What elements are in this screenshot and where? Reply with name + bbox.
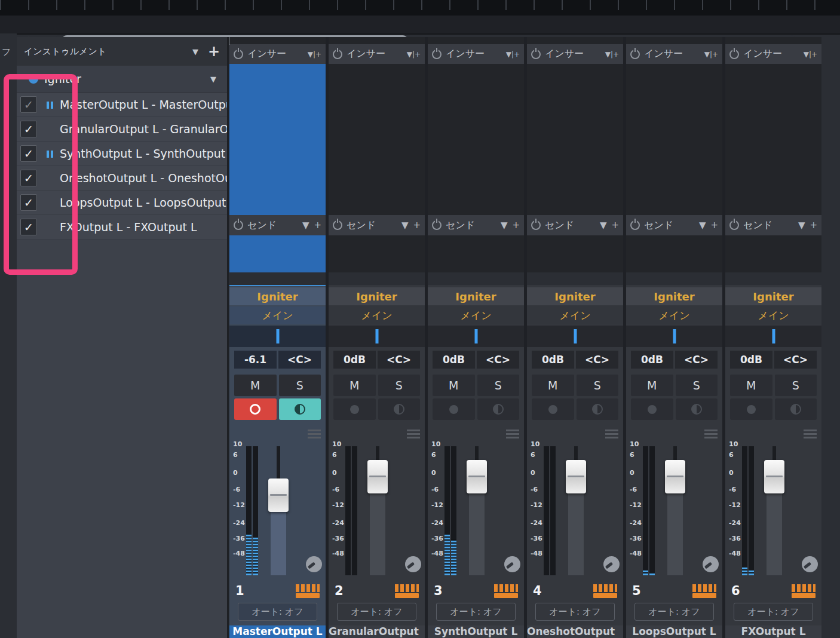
inserts-power-icon[interactable] — [432, 50, 442, 59]
inserts-power-icon[interactable] — [234, 50, 243, 59]
channel-name-label[interactable]: LoopsOutput L — [626, 625, 722, 638]
channel-name-label[interactable]: GranularOutput L — [329, 625, 425, 638]
strip-options-icon[interactable] — [308, 430, 321, 438]
mute-button[interactable]: M — [730, 375, 772, 396]
sends-add-icon[interactable]: + — [710, 220, 718, 231]
volume-fader[interactable] — [661, 446, 689, 575]
pan-knob-icon[interactable] — [603, 556, 620, 572]
strip-options-icon[interactable] — [506, 430, 519, 438]
keyboard-icon[interactable] — [792, 584, 816, 598]
automation-mode-button[interactable]: オート: オフ — [238, 603, 317, 621]
pan-knob-icon[interactable] — [703, 556, 719, 572]
sends-slot-area[interactable] — [329, 235, 425, 272]
panel-collapse-icon[interactable]: ▼ — [192, 47, 198, 56]
volume-fader[interactable] — [462, 446, 491, 575]
sends-add-icon[interactable]: + — [314, 220, 321, 231]
pan-value[interactable]: <C> — [675, 351, 718, 369]
inserts-slot-area[interactable] — [428, 64, 524, 215]
pan-knob-icon[interactable] — [802, 556, 818, 572]
inserts-slot-area[interactable] — [229, 64, 326, 215]
monitor-button[interactable] — [477, 398, 520, 420]
output-bus-button[interactable]: メイン — [725, 306, 821, 324]
inserts-menu-icons[interactable]: ▼|+ — [605, 50, 619, 59]
fader-handle[interactable] — [566, 460, 586, 493]
timeline-ruler[interactable] — [0, 0, 840, 16]
fader-handle[interactable] — [665, 460, 685, 493]
solo-button[interactable]: S — [775, 375, 817, 396]
solo-button[interactable]: S — [378, 375, 421, 396]
automation-mode-button[interactable]: オート: オフ — [436, 603, 516, 621]
sends-add-icon[interactable]: + — [810, 220, 817, 231]
output-enable-checkbox[interactable]: ✓ — [20, 145, 37, 162]
output-bus-button[interactable]: メイン — [229, 306, 326, 324]
sends-power-icon[interactable] — [531, 220, 541, 230]
sends-power-icon[interactable] — [630, 220, 640, 230]
inserts-slot-area[interactable] — [527, 64, 623, 215]
record-arm-button[interactable] — [730, 398, 772, 420]
pan-slider[interactable] — [329, 326, 425, 347]
pan-slider[interactable] — [725, 326, 821, 347]
solo-button[interactable]: S — [279, 375, 321, 396]
pan-knob-icon[interactable] — [405, 556, 421, 572]
sends-collapse-icon[interactable]: ▼ — [798, 220, 805, 231]
monitor-button[interactable] — [577, 398, 619, 420]
fader-handle[interactable] — [467, 460, 487, 493]
sends-slot-area[interactable] — [527, 235, 623, 272]
output-enable-checkbox[interactable]: ✓ — [20, 121, 37, 137]
sends-power-icon[interactable] — [333, 220, 342, 230]
automation-mode-button[interactable]: オート: オフ — [734, 603, 813, 621]
volume-value[interactable]: 0dB — [333, 351, 376, 369]
sends-slot-area[interactable] — [725, 235, 821, 272]
volume-value[interactable]: 0dB — [730, 351, 772, 369]
monitor-button[interactable] — [676, 398, 718, 420]
instrument-row[interactable]: Igniter ▼ — [17, 66, 227, 93]
pan-value[interactable]: <C> — [477, 351, 519, 369]
solo-button[interactable]: S — [477, 375, 520, 396]
mute-button[interactable]: M — [433, 375, 475, 396]
keyboard-icon[interactable] — [494, 584, 518, 598]
inserts-menu-icons[interactable]: ▼|+ — [704, 50, 718, 59]
monitor-button[interactable] — [378, 398, 421, 420]
instrument-name-button[interactable]: Igniter — [725, 287, 821, 305]
inserts-power-icon[interactable] — [531, 50, 541, 59]
volume-value[interactable]: -6.1 — [234, 351, 277, 369]
sends-slot-area[interactable] — [626, 235, 722, 272]
keyboard-icon[interactable] — [395, 584, 419, 598]
sends-power-icon[interactable] — [432, 220, 442, 230]
pan-value[interactable]: <C> — [278, 351, 321, 369]
output-bus-button[interactable]: メイン — [626, 306, 722, 324]
sends-collapse-icon[interactable]: ▼ — [600, 220, 607, 231]
record-arm-button[interactable] — [631, 398, 673, 420]
output-enable-checkbox[interactable]: ✓ — [20, 170, 37, 186]
pan-slider-handle[interactable] — [276, 329, 279, 343]
pan-knob-icon[interactable] — [306, 556, 322, 572]
strip-options-icon[interactable] — [704, 430, 718, 438]
volume-value[interactable]: 0dB — [631, 351, 673, 369]
sends-slot-area[interactable] — [428, 235, 524, 272]
mute-button[interactable]: M — [333, 375, 376, 396]
channel-name-label[interactable]: MasterOutput L — [229, 625, 326, 638]
instrument-name-button[interactable]: Igniter — [527, 287, 623, 305]
pan-slider-handle[interactable] — [474, 329, 477, 343]
inserts-slot-area[interactable] — [626, 64, 722, 215]
inserts-power-icon[interactable] — [729, 50, 739, 59]
automation-mode-button[interactable]: オート: オフ — [337, 603, 416, 621]
record-arm-button[interactable] — [333, 398, 376, 420]
volume-fader[interactable] — [760, 446, 789, 575]
keyboard-icon[interactable] — [296, 584, 320, 598]
sends-collapse-icon[interactable]: ▼ — [401, 220, 409, 231]
inserts-menu-icons[interactable]: ▼|+ — [506, 50, 520, 59]
pan-slider-handle[interactable] — [673, 329, 676, 343]
sends-collapse-icon[interactable]: ▼ — [501, 220, 508, 231]
pan-slider-handle[interactable] — [772, 329, 775, 343]
sends-collapse-icon[interactable]: ▼ — [699, 220, 706, 231]
instrument-name-button[interactable]: Igniter — [329, 287, 425, 305]
volume-fader[interactable] — [264, 446, 293, 575]
channel-name-label[interactable]: OneshotOutput L — [527, 625, 623, 638]
strip-options-icon[interactable] — [605, 430, 618, 438]
inserts-slot-area[interactable] — [329, 64, 425, 215]
volume-value[interactable]: 0dB — [433, 351, 475, 369]
sends-power-icon[interactable] — [234, 220, 243, 230]
output-enable-checkbox[interactable]: ✓ — [20, 194, 37, 211]
sends-add-icon[interactable]: + — [413, 220, 421, 231]
